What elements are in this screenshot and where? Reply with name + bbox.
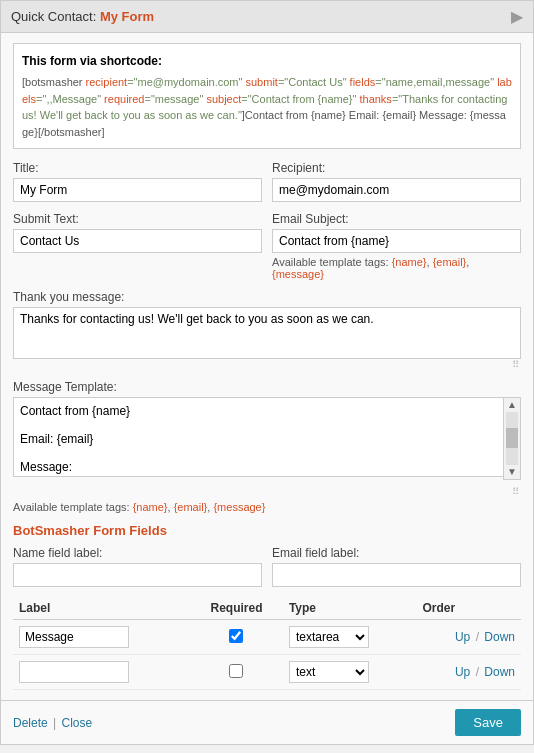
sc-val-labels: =",,Message" bbox=[36, 93, 104, 105]
row2-down-link[interactable]: Down bbox=[484, 665, 515, 679]
message-template-resize-handle: ⠿ bbox=[13, 486, 521, 497]
quick-contact-panel: Quick Contact: My Form ▶ This form via s… bbox=[0, 0, 534, 745]
panel-title: Quick Contact: My Form bbox=[11, 9, 154, 24]
row2-required-cell bbox=[190, 655, 283, 690]
save-button[interactable]: Save bbox=[455, 709, 521, 736]
submit-label: Submit Text: bbox=[13, 212, 262, 226]
scrollbar-thumb bbox=[506, 428, 518, 448]
form-fields-section-title: BotSmasher Form Fields bbox=[13, 523, 521, 538]
sc-key-subject: subject bbox=[206, 93, 241, 105]
email-subject-input[interactable] bbox=[272, 229, 521, 253]
row1-required-cell bbox=[190, 620, 283, 655]
sc-key-required: required bbox=[104, 93, 144, 105]
row2-label-input[interactable] bbox=[19, 661, 129, 683]
tag-email-2: {email} bbox=[174, 501, 208, 513]
table-row: textarea text email select Up / Down bbox=[13, 655, 521, 690]
fields-table: Label Required Type Order bbox=[13, 597, 521, 690]
tag-message-2: {message} bbox=[213, 501, 265, 513]
tag-message-1: {message} bbox=[272, 268, 324, 280]
row2-sep: / bbox=[472, 665, 482, 679]
row1-down-link[interactable]: Down bbox=[484, 630, 515, 644]
shortcode-label: This form via shortcode: bbox=[22, 52, 512, 70]
name-field-label-input[interactable] bbox=[13, 563, 262, 587]
name-field-label-label: Name field label: bbox=[13, 546, 262, 560]
sc-key-fields: fields bbox=[350, 76, 376, 88]
submit-subject-row: Submit Text: Email Subject: Available te… bbox=[13, 212, 521, 280]
name-email-field-labels-row: Name field label: Email field label: bbox=[13, 546, 521, 587]
scroll-arrow-icon: ▶ bbox=[511, 7, 523, 26]
template-tags-label-2: Available template tags: bbox=[13, 501, 130, 513]
footer-links: Delete | Close bbox=[13, 716, 92, 730]
row1-up-link[interactable]: Up bbox=[455, 630, 470, 644]
table-row: textarea text email select Up / Down bbox=[13, 620, 521, 655]
row1-type-select[interactable]: textarea text email select bbox=[289, 626, 369, 648]
email-subject-group: Email Subject: Available template tags: … bbox=[272, 212, 521, 280]
thankyou-textarea[interactable]: Thanks for contacting us! We'll get back… bbox=[13, 307, 521, 359]
thankyou-label: Thank you message: bbox=[13, 290, 521, 304]
sc-val-required: ="message" bbox=[144, 93, 206, 105]
sc-open: [botsmasher bbox=[22, 76, 86, 88]
table-header-row: Label Required Type Order bbox=[13, 597, 521, 620]
thankyou-resize-handle: ⠿ bbox=[13, 359, 521, 370]
recipient-input[interactable] bbox=[272, 178, 521, 202]
tag-name-2: {name} bbox=[133, 501, 168, 513]
row1-order-cell: Up / Down bbox=[416, 620, 521, 655]
submit-input[interactable] bbox=[13, 229, 262, 253]
row2-type-select[interactable]: textarea text email select bbox=[289, 661, 369, 683]
row1-label-cell bbox=[13, 620, 190, 655]
tag-name-1: {name} bbox=[392, 256, 427, 268]
sc-key-submit: submit bbox=[246, 76, 278, 88]
submit-group: Submit Text: bbox=[13, 212, 262, 280]
row1-required-checkbox[interactable] bbox=[229, 629, 243, 643]
col-label-header: Label bbox=[13, 597, 190, 620]
row2-required-checkbox[interactable] bbox=[229, 664, 243, 678]
scrollbar[interactable]: ▲ ▼ bbox=[503, 397, 521, 480]
row2-up-link[interactable]: Up bbox=[455, 665, 470, 679]
template-tags-1: Available template tags: {name}, {email}… bbox=[272, 256, 521, 280]
row2-order-cell: Up / Down bbox=[416, 655, 521, 690]
footer-sep: | bbox=[53, 716, 56, 730]
sc-val-recipient: ="me@mydomain.com" bbox=[127, 76, 245, 88]
scroll-down-icon[interactable]: ▼ bbox=[507, 467, 517, 477]
template-tags-2: Available template tags: {name}, {email}… bbox=[13, 501, 521, 513]
sc-val-submit: ="Contact Us" bbox=[278, 76, 350, 88]
email-field-label-input[interactable] bbox=[272, 563, 521, 587]
email-subject-label: Email Subject: bbox=[272, 212, 521, 226]
email-field-label-group: Email field label: bbox=[272, 546, 521, 587]
scrollbar-track bbox=[506, 412, 518, 465]
tag-email-1: {email} bbox=[433, 256, 467, 268]
shortcode-code: [botsmasher recipient="me@mydomain.com" … bbox=[22, 74, 512, 140]
panel-footer: Delete | Close Save bbox=[1, 700, 533, 744]
recipient-group: Recipient: bbox=[272, 161, 521, 202]
recipient-label: Recipient: bbox=[272, 161, 521, 175]
row2-type-cell: textarea text email select bbox=[283, 655, 417, 690]
title-label: Title: bbox=[13, 161, 262, 175]
panel-form-name: My Form bbox=[100, 9, 154, 24]
sc-val-fields: ="name,email,message" bbox=[375, 76, 497, 88]
row1-sep: / bbox=[472, 630, 482, 644]
panel-title-label: Quick Contact: bbox=[11, 9, 96, 24]
panel-body: This form via shortcode: [botsmasher rec… bbox=[1, 33, 533, 700]
message-template-wrapper: Contact from {name} Email: {email} Messa… bbox=[13, 397, 521, 480]
title-input[interactable] bbox=[13, 178, 262, 202]
sc-val-subject: ="Contact from {name}" bbox=[241, 93, 359, 105]
message-template-label: Message Template: bbox=[13, 380, 521, 394]
delete-link[interactable]: Delete bbox=[13, 716, 48, 730]
message-template-group: Message Template: Contact from {name} Em… bbox=[13, 380, 521, 497]
col-required-header: Required bbox=[190, 597, 283, 620]
template-tags-label-1: Available template tags: bbox=[272, 256, 389, 268]
thankyou-group: Thank you message: Thanks for contacting… bbox=[13, 290, 521, 370]
sc-key-thanks: thanks bbox=[359, 93, 391, 105]
message-template-textarea[interactable]: Contact from {name} Email: {email} Messa… bbox=[13, 397, 521, 477]
col-order-header: Order bbox=[416, 597, 521, 620]
row2-label-cell bbox=[13, 655, 190, 690]
row1-label-input[interactable] bbox=[19, 626, 129, 648]
close-link[interactable]: Close bbox=[62, 716, 93, 730]
name-field-label-group: Name field label: bbox=[13, 546, 262, 587]
row1-type-cell: textarea text email select bbox=[283, 620, 417, 655]
sc-key-recipient: recipient bbox=[86, 76, 128, 88]
scroll-up-icon[interactable]: ▲ bbox=[507, 400, 517, 410]
shortcode-box: This form via shortcode: [botsmasher rec… bbox=[13, 43, 521, 149]
title-group: Title: bbox=[13, 161, 262, 202]
title-recipient-row: Title: Recipient: bbox=[13, 161, 521, 202]
